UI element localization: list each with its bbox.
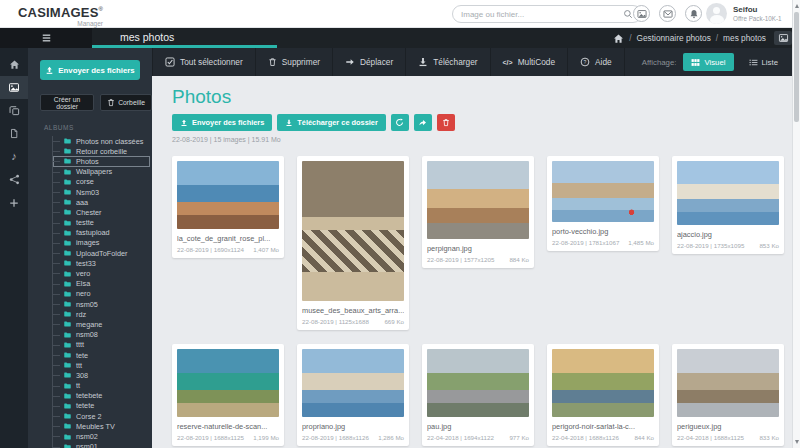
album-tree-item[interactable]: test33: [53, 258, 150, 268]
photo-thumbnail[interactable]: [552, 161, 654, 222]
album-tree-item[interactable]: rdz: [53, 309, 150, 319]
photo-thumbnail[interactable]: [677, 349, 779, 417]
user-menu[interactable]: Seifou Offre Pack-10K-1: [706, 3, 800, 24]
album-tree-item[interactable]: Chester: [53, 207, 150, 217]
breadcrumb-item-gestionnaire[interactable]: Gestionnaire photos: [637, 33, 711, 43]
album-tree-item[interactable]: nsm08: [53, 330, 150, 340]
album-tree-item[interactable]: nero: [53, 289, 150, 299]
photo-thumbnail[interactable]: [302, 349, 404, 417]
hamburger-menu-button[interactable]: [0, 28, 92, 48]
folder-icon: [63, 137, 72, 145]
page-scrollbar[interactable]: [792, 0, 800, 448]
view-list-button[interactable]: Liste: [741, 53, 786, 71]
mail-icon[interactable]: [659, 5, 676, 22]
album-tree-item[interactable]: megane: [53, 319, 150, 329]
download-folder-button[interactable]: Télécharger ce dossier: [277, 114, 386, 131]
album-tree-item[interactable]: vero: [53, 268, 150, 278]
photo-thumbnail[interactable]: [552, 349, 654, 417]
photo-card[interactable]: reserve-naturelle-de-scan... 22-08-2019 …: [172, 344, 284, 446]
album-tree-item[interactable]: Elsa: [53, 279, 150, 289]
photo-card[interactable]: ajaccio.jpg 22-08-2019 | 1735x1095 853 K…: [672, 156, 784, 254]
album-tree-item[interactable]: tetebete: [53, 391, 150, 401]
sidebar-item-music[interactable]: ♪: [0, 145, 28, 168]
multicode-button[interactable]: </> MultiCode: [491, 48, 568, 76]
album-tree-item[interactable]: Corse 2: [53, 411, 150, 421]
album-tree-item[interactable]: tetete: [53, 401, 150, 411]
photo-thumbnail[interactable]: [177, 161, 279, 229]
photo-card[interactable]: perigord-noir-sarlat-la-c... 22-04-2018 …: [547, 344, 659, 446]
album-tree-item[interactable]: UploadToFolder: [53, 248, 150, 258]
album-tree-item[interactable]: Photos non classées: [53, 136, 150, 146]
view-visual-button[interactable]: Visuel: [683, 53, 733, 71]
photo-date-dims: 22-08-2019 | 1735x1095: [677, 242, 744, 249]
album-tree-item[interactable]: tttt: [53, 340, 150, 350]
album-tree-item[interactable]: testte: [53, 218, 150, 228]
search-icon[interactable]: [623, 9, 633, 19]
sidebar-item-home[interactable]: [0, 53, 28, 76]
trash-button[interactable]: Corbeille: [100, 94, 152, 111]
album-tree-item[interactable]: Nsm03: [53, 187, 150, 197]
help-button[interactable]: ? Aide: [568, 48, 625, 76]
sidebar-item-copy[interactable]: [0, 99, 28, 122]
photo-card[interactable]: propriano.jpg 22-08-2019 | 1688x1126 1,2…: [297, 344, 409, 446]
refresh-button[interactable]: [391, 114, 409, 131]
create-folder-button[interactable]: Créer un dossier: [40, 94, 94, 111]
sidebar-item-photos[interactable]: [0, 76, 28, 99]
move-button[interactable]: Déplacer: [333, 48, 406, 76]
album-tree-item[interactable]: Meubles TV: [53, 421, 150, 431]
album-tree-item[interactable]: nsm05: [53, 299, 150, 309]
photo-meta: 22-08-2019 | 1577x1205 884 Ko: [427, 256, 529, 263]
photo-thumbnail[interactable]: [302, 161, 404, 301]
scroll-up-arrow-icon[interactable]: [795, 4, 799, 8]
download-button[interactable]: Télécharger: [406, 48, 490, 76]
album-tree-item[interactable]: Wallpapers: [53, 167, 150, 177]
album-tree-item[interactable]: aaa: [53, 197, 150, 207]
photo-card[interactable]: musee_des_beaux_arts_arra... 22-08-2019 …: [297, 156, 409, 330]
album-tree-item[interactable]: ttt: [53, 360, 150, 370]
photo-meta: 22-08-2019 | 1690x1124 1,407 Mo: [177, 246, 279, 253]
photo-card[interactable]: pau.jpg 22-04-2018 | 1694x1122 977 Ko: [422, 344, 534, 446]
delete-folder-button[interactable]: [437, 114, 455, 131]
home-icon[interactable]: [613, 33, 624, 44]
scrollbar-thumb[interactable]: [794, 12, 799, 122]
photo-thumbnail[interactable]: [677, 161, 779, 225]
gallery-icon[interactable]: [774, 31, 792, 45]
album-tree-item[interactable]: Photos: [53, 156, 150, 166]
sidebar-item-files[interactable]: [0, 122, 28, 145]
search-input[interactable]: [461, 10, 623, 19]
share-nodes-icon: [9, 174, 20, 185]
photo-thumbnail[interactable]: [177, 349, 279, 417]
select-all-button[interactable]: Tout sélectionner: [152, 48, 256, 76]
album-tree-item[interactable]: tt: [53, 381, 150, 391]
upload-files-button[interactable]: Envoyer des fichiers: [172, 114, 272, 131]
sidebar-item-add[interactable]: [0, 191, 28, 214]
album-tree-item[interactable]: corse: [53, 177, 150, 187]
photo-card[interactable]: perigueux.jpg 22-04-2018 | 1688x1125 833…: [672, 344, 784, 446]
album-tree-item[interactable]: 308: [53, 370, 150, 380]
photo-thumbnail[interactable]: [427, 161, 529, 239]
album-label: nsm05: [76, 300, 98, 309]
share-button[interactable]: [414, 114, 432, 131]
photo-card[interactable]: perpignan.jpg 22-08-2019 | 1577x1205 884…: [422, 156, 534, 268]
album-label: nsm01: [76, 442, 98, 448]
delete-button[interactable]: Supprimer: [256, 48, 333, 76]
photo-card[interactable]: la_cote_de_granit_rose_pl... 22-08-2019 …: [172, 156, 284, 258]
sidebar-item-share[interactable]: [0, 168, 28, 191]
album-tree-item[interactable]: images: [53, 238, 150, 248]
photo-thumbnail[interactable]: [427, 349, 529, 417]
album-tree-item[interactable]: nsm02: [53, 431, 150, 441]
images-icon[interactable]: [633, 5, 650, 22]
breadcrumb-item-current[interactable]: mes photos: [723, 33, 766, 43]
album-tree-item[interactable]: nsm01: [53, 442, 150, 448]
code-icon: </>: [503, 59, 513, 66]
photo-filename: musee_des_beaux_arts_arra...: [302, 306, 404, 315]
sidebar-upload-button[interactable]: Envoyer des fichiers: [40, 60, 140, 80]
trash-icon: [442, 118, 450, 127]
bell-icon[interactable]: [685, 5, 702, 22]
brand-logo[interactable]: CASIMAGES® Manager: [18, 4, 103, 28]
album-tree-item[interactable]: fastupload: [53, 228, 150, 238]
album-tree-item[interactable]: Retour corbeille: [53, 146, 150, 156]
album-tree-item[interactable]: tete: [53, 350, 150, 360]
photo-card[interactable]: porto-vecchio.jpg 22-08-2019 | 1781x1067…: [547, 156, 659, 251]
scroll-down-arrow-icon[interactable]: [795, 440, 799, 444]
